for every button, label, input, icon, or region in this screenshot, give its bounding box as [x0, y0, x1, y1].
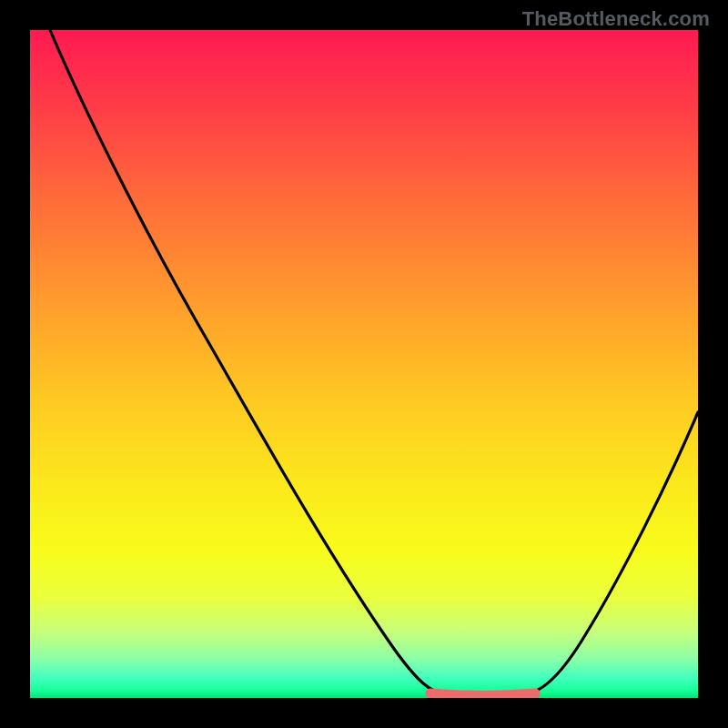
gradient-plot-area [30, 30, 698, 698]
watermark-text: TheBottleneck.com [522, 7, 710, 31]
